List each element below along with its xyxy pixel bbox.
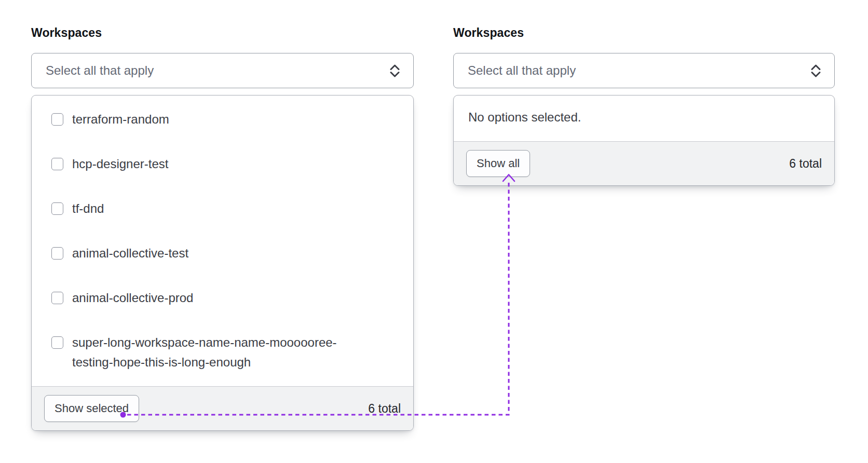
option-checkbox[interactable] bbox=[51, 202, 63, 215]
empty-message: No options selected. bbox=[454, 96, 834, 141]
option-row[interactable]: tf-dnd bbox=[51, 186, 399, 231]
field-label: Workspaces bbox=[453, 26, 835, 40]
multiselect-workspaces-open: Workspaces Select all that apply terrafo… bbox=[31, 26, 414, 431]
panel-footer: Show selected 6 total bbox=[32, 386, 413, 430]
option-row[interactable]: animal-collective-test bbox=[51, 231, 399, 276]
option-label: animal-collective-prod bbox=[72, 288, 193, 308]
caret-sort-icon bbox=[810, 64, 822, 78]
select-toggle[interactable]: Select all that apply bbox=[453, 53, 835, 88]
option-row[interactable]: animal-collective-prod bbox=[51, 276, 399, 320]
option-checkbox[interactable] bbox=[51, 158, 63, 170]
multiselect-workspaces-summary: Workspaces Select all that apply No opti… bbox=[453, 26, 835, 186]
panel-footer: Show all 6 total bbox=[454, 141, 834, 185]
option-checkbox[interactable] bbox=[51, 292, 63, 304]
select-placeholder: Select all that apply bbox=[46, 63, 154, 78]
total-count: 6 total bbox=[789, 157, 822, 171]
summary-panel: No options selected. Show all 6 total bbox=[453, 95, 835, 186]
option-label: tf-dnd bbox=[72, 199, 104, 219]
option-row[interactable]: terraform-random bbox=[51, 97, 399, 142]
caret-sort-icon bbox=[389, 64, 401, 78]
select-toggle[interactable]: Select all that apply bbox=[31, 53, 414, 88]
option-row[interactable]: super-long-workspace-name-name-moooooree… bbox=[51, 320, 399, 385]
option-checkbox[interactable] bbox=[51, 247, 63, 260]
option-label: terraform-random bbox=[72, 110, 169, 129]
show-selected-button[interactable]: Show selected bbox=[44, 395, 139, 422]
option-checkbox[interactable] bbox=[51, 336, 63, 349]
option-label: super-long-workspace-name-name-moooooree… bbox=[72, 333, 363, 372]
option-row[interactable]: hcp-designer-test bbox=[51, 142, 399, 186]
option-checkbox[interactable] bbox=[51, 113, 63, 126]
total-count: 6 total bbox=[368, 402, 401, 416]
option-label: animal-collective-test bbox=[72, 243, 188, 263]
select-placeholder: Select all that apply bbox=[468, 63, 576, 78]
option-label: hcp-designer-test bbox=[72, 154, 168, 174]
show-all-button[interactable]: Show all bbox=[466, 150, 530, 177]
dropdown-panel: terraform-random hcp-designer-test tf-dn… bbox=[31, 95, 414, 431]
options-list: terraform-random hcp-designer-test tf-dn… bbox=[32, 96, 413, 386]
field-label: Workspaces bbox=[31, 26, 414, 40]
